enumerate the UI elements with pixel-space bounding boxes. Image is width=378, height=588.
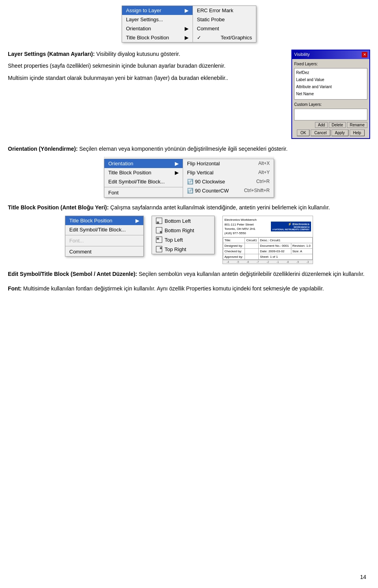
tb-item-comment: Comment (65, 247, 143, 256)
menu-item-erc: ERC Error Mark (193, 6, 256, 15)
ewb-preview: Electronics Workbench 801-111 Peter Stre… (222, 216, 313, 264)
ewb-ruler: -4 -5 -6 -7 -2 -1 -8 -9 -3 (223, 260, 313, 264)
table-row: Title: Circuit1 Desc.: Circuit1 (223, 238, 313, 243)
custom-layers-label: Custom Layers: (294, 102, 367, 108)
fixed-layer-item: Attribute and Variant (295, 83, 366, 91)
corner-svg (156, 227, 163, 234)
tb-item-edit-symbol: Edit Symbol/Title Block... (65, 225, 143, 234)
title-block-text: Title Block Position (Antet Bloğu Yeri):… (8, 203, 370, 212)
table-cell: Checked by: (223, 249, 245, 254)
title-block-left-menu: Title Block Position ▶ Edit Symbol/Title… (65, 216, 144, 257)
tb-pos-bottom-left: Bottom Left (152, 216, 214, 226)
custom-layers-area (294, 109, 367, 120)
svg-rect-1 (160, 231, 162, 233)
menu-item-text-graphics: ✓Text/Graphics (193, 33, 256, 42)
corner-svg (156, 237, 163, 243)
bottom-left-icon (156, 218, 162, 224)
cancel-button[interactable]: Cancel (311, 129, 330, 136)
table-cell: Title: (223, 238, 245, 243)
tb-item-title-block-pos: Title Block Position ▶ (65, 216, 143, 225)
ewb-address2: Toronto, OH M5V 2H1 (224, 227, 257, 231)
ewb-phone: (416) 977-5550 (224, 231, 257, 235)
rotate-cw-icon: 🔃 (187, 179, 193, 185)
table-cell: Circuit1 (245, 238, 259, 243)
table-cell: Date: 2009-03-02 (259, 249, 291, 254)
orient-item-flip-v: Flip Vertical Alt+Y (183, 168, 274, 177)
top-menu-area: Assign to Layer ▶ Layer Settings... Orie… (8, 6, 370, 43)
add-button[interactable]: Add (315, 122, 328, 128)
visibility-body: Fixed Layers: RefDez Label and Value Att… (292, 59, 369, 138)
delete-button[interactable]: Delete (329, 122, 346, 128)
fixed-layer-item: RefDez (295, 69, 366, 76)
menu-right-panel: ERC Error Mark Static Probe Comment ✓Tex… (193, 6, 256, 42)
table-cell (245, 254, 259, 260)
orientation-text: Orientation (Yönlendirme): Seçilen elema… (8, 144, 370, 153)
title-block-menu-area: Title Block Position ▶ Edit Symbol/Title… (8, 216, 370, 264)
corner-svg (156, 218, 163, 224)
arrow-icon: ▶ (185, 7, 189, 13)
fixed-layer-item: Label and Value (295, 76, 366, 83)
orient-item-flip-h: Flip Horizontal Alt+X (183, 159, 274, 168)
edit-symbol-text: Edit Symbol/Title Block (Sembol / Antet … (8, 270, 370, 278)
dialog-footer-buttons: OK Cancel Apply Help (294, 129, 367, 136)
ewb-header: Electronics Workbench 801-111 Peter Stre… (223, 216, 313, 237)
menu-item-assign-layer: Assign to Layer ▶ (122, 6, 193, 15)
rename-button[interactable]: Rename (347, 122, 367, 128)
orient-right-panel: Flip Horizontal Alt+X Flip Vertical Alt+… (183, 159, 274, 197)
layer-settings-para2: Sheet properties (sayfa özellikleri) sek… (8, 61, 284, 70)
apply-button[interactable]: Apply (332, 129, 348, 136)
table-cell: Revision: 1.0 (291, 243, 313, 249)
arrow-icon: ▶ (185, 35, 189, 41)
menu-item-title-block: Title Block Position ▶ (122, 33, 193, 42)
table-cell: Document No.: 0001 (259, 243, 291, 249)
visibility-titlebar: Visibility ✕ (292, 50, 369, 59)
fixed-layers-label: Fixed Layers: (294, 61, 367, 67)
arrow-icon: ▶ (175, 161, 179, 166)
ok-button[interactable]: OK (297, 129, 309, 136)
fixed-layer-item: Net Name (295, 91, 366, 98)
ewb-company-info: Electronics Workbench 801-111 Peter Stre… (224, 218, 257, 235)
visibility-dialog-area: Visibility ✕ Fixed Layers: RefDez Label … (291, 50, 370, 139)
layer-settings-para1: Layer Settings (Katman Ayarları): Visibi… (8, 50, 284, 58)
visibility-dialog: Visibility ✕ Fixed Layers: RefDez Label … (291, 50, 370, 139)
title-block-section: Title Block Position (Antet Bloğu Yeri):… (8, 203, 370, 264)
menu-item-orientation: Orientation ▶ (122, 24, 193, 33)
orient-item-90ccw: 🔃90 CounterCW Ctrl+Shift+R (183, 186, 274, 195)
orient-left-panel: Orientation ▶ Title Block Position ▶ Edi… (104, 159, 183, 197)
svg-rect-2 (157, 238, 159, 240)
layer-settings-text: Layer Settings (Katman Ayarları): Visibi… (8, 50, 284, 85)
ewb-logo-subtitle: A NATIONAL INSTRUMENTS COMPANY (272, 228, 309, 231)
arrow-icon: ▶ (175, 170, 179, 176)
ewb-name: Electronics Workbench (224, 218, 257, 222)
layer-settings-para3: Multisim içinde standart olarak bulunmay… (8, 74, 284, 82)
page-number: 14 (360, 574, 366, 580)
ewb-logo: ⚡ Electronics WORKBENCH A NATIONAL INSTR… (271, 222, 311, 231)
orientation-menu: Orientation ▶ Title Block Position ▶ Edi… (104, 159, 274, 198)
font-section: Font: Multisimde kullanılan fontları değ… (8, 284, 370, 293)
svg-rect-0 (157, 222, 159, 224)
menu-item-comment: Comment (193, 24, 256, 33)
orientation-section: Orientation (Yönlendirme): Seçilen elema… (8, 144, 370, 198)
orientation-menu-area: Orientation ▶ Title Block Position ▶ Edi… (8, 157, 370, 198)
bottom-right-icon (156, 227, 162, 233)
orient-item-title-block: Title Block Position ▶ (104, 168, 183, 177)
layer-settings-section: Layer Settings (Katman Ayarları): Visibi… (8, 50, 370, 139)
vis-buttons-row: Add Delete Rename (294, 122, 367, 128)
font-text: Font: Multisimde kullanılan fontları değ… (8, 284, 370, 293)
table-cell (245, 249, 259, 254)
tb-pos-bottom-right: Bottom Right (152, 226, 214, 235)
help-button[interactable]: Help (350, 129, 365, 136)
ewb-table: Title: Circuit1 Desc.: Circuit1 Designed… (223, 237, 313, 260)
tb-item-font: Font... (65, 236, 143, 245)
assign-layer-menu: Assign to Layer ▶ Layer Settings... Orie… (122, 6, 256, 43)
arrow-icon: ▶ (185, 26, 189, 31)
table-cell: Sheet: 1 of 1 (259, 254, 313, 260)
svg-rect-3 (160, 247, 162, 249)
top-left-icon (156, 237, 162, 243)
edit-symbol-section: Edit Symbol/Title Block (Sembol / Antet … (8, 270, 370, 278)
dialog-close-button[interactable]: ✕ (362, 52, 367, 57)
orient-item-90cw: 🔃90 Clockwise Ctrl+R (183, 177, 274, 186)
table-row: Checked by: Date: 2009-03-02 Size: A (223, 249, 313, 254)
tb-pos-top-left: Top Left (152, 235, 214, 244)
menu-left-panel: Assign to Layer ▶ Layer Settings... Orie… (122, 6, 193, 42)
